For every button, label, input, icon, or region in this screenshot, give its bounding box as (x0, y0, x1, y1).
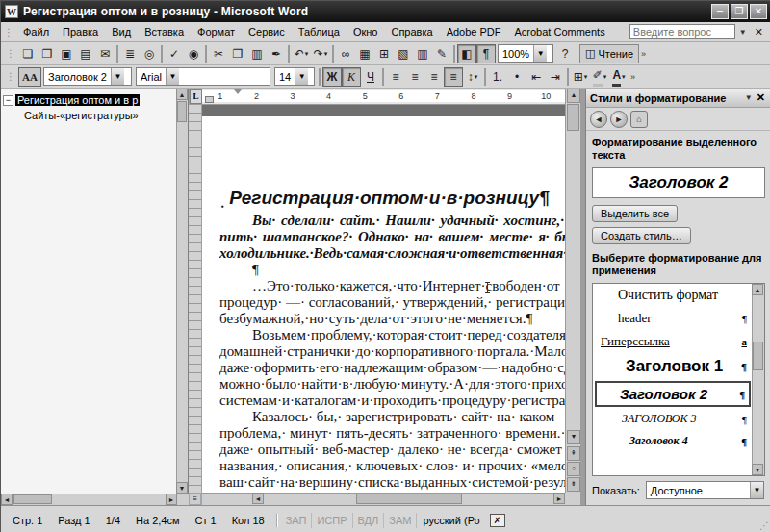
spelling-button[interactable]: ✓ ▾ (165, 44, 184, 63)
dropdown-arrow-icon[interactable]: ▾ (622, 73, 626, 81)
permission-button[interactable]: ▤ ▾ (76, 44, 95, 63)
previous-page-icon[interactable]: ⇞ (567, 446, 580, 461)
left-indent-marker[interactable] (205, 96, 214, 103)
align-center-button[interactable]: ≡ ▾ (405, 67, 424, 87)
style-heading-2[interactable]: Заголовок 2 ¶ (595, 381, 751, 407)
docmap-item-registration[interactable]: − Регистрация оптом и в р (1, 92, 188, 108)
copy-button[interactable]: ❐ ▾ (228, 44, 247, 63)
menu-file[interactable]: Файл (16, 23, 56, 40)
highlight-button[interactable]: ✐ ▾ (590, 67, 609, 87)
task-pane-header[interactable]: Стили и форматирование ▼ ✕ (586, 89, 770, 108)
toolbar-options-icon[interactable]: » (630, 72, 640, 82)
cut-button[interactable]: ✂ ▾ (209, 44, 228, 63)
numbering-button[interactable]: 1. ▾ (488, 67, 507, 87)
redo-button[interactable]: ↷ ▾ (311, 44, 330, 63)
docmap-item-sites[interactable]: Сайты-«регистратуры» (1, 108, 188, 123)
document-page[interactable]: ▪Регистрация·оптом·и·в·розницу¶ Вы· сдел… (202, 116, 565, 493)
language-indicator[interactable]: русский (Ро (417, 513, 485, 528)
menu-table[interactable]: Таблица (292, 23, 346, 40)
toolbar-grip[interactable]: ⋮ (3, 71, 18, 82)
task-pane-close-icon[interactable]: ✕ (755, 91, 767, 104)
align-right-button[interactable]: ≡ ▾ (424, 67, 444, 87)
paste-button[interactable]: ▥ ▾ (247, 44, 267, 63)
scroll-right-icon[interactable]: ► (553, 493, 565, 504)
style-heading-4[interactable]: Заголовок 4 ¶ (593, 430, 764, 452)
style-dropdown-icon[interactable]: ▼ (111, 68, 124, 85)
zoom-combo[interactable]: 100% ▼ (498, 44, 553, 63)
open-button[interactable]: ❐ ▾ (38, 44, 57, 63)
menu-view[interactable]: Вид (105, 23, 138, 40)
menu-help[interactable]: Справка (384, 23, 439, 40)
toolbar-grip[interactable]: ⋮ (1, 27, 16, 38)
document-map-button[interactable]: ◧ ▾ (457, 44, 476, 63)
back-icon[interactable]: ◄ (590, 111, 607, 128)
close-button[interactable]: ✕ (750, 4, 767, 19)
dropdown-arrow-icon[interactable]: ▾ (584, 73, 588, 81)
first-line-indent-marker[interactable] (233, 89, 243, 94)
show-combo[interactable]: Доступное ▼ (646, 481, 764, 499)
scrollbar-thumb[interactable] (13, 494, 52, 504)
style-hyperlink[interactable]: Гиперссылка a (593, 330, 764, 353)
select-all-button[interactable]: Выделить все (592, 205, 678, 222)
font-size-dropdown-icon[interactable]: ▼ (295, 68, 308, 85)
insert-table-button[interactable]: ⊞ ▾ (374, 44, 394, 63)
bold-button[interactable]: Ж ▾ (322, 67, 342, 87)
read-mode-button[interactable]: ◫ Чтение (579, 44, 639, 63)
drawing-button[interactable]: ✎ ▾ (432, 44, 451, 63)
style-combo[interactable]: Заголовок 2 ▼ (43, 67, 132, 86)
columns-button[interactable]: ▥ ▾ (413, 44, 432, 63)
menu-insert[interactable]: Вставка (138, 23, 191, 40)
toolbar-grip[interactable]: ⋮ (3, 48, 18, 59)
hyperlink-button[interactable]: ∞ ▾ (336, 44, 355, 63)
toolbar-options-icon[interactable]: » (641, 49, 651, 59)
font-size-combo[interactable]: 14 ▼ (274, 67, 315, 86)
task-pane-dropdown-icon[interactable]: ▼ (743, 93, 755, 102)
scrollbar-thumb[interactable] (177, 101, 187, 122)
menu-edit[interactable]: Правка (56, 23, 105, 40)
scroll-down-icon[interactable]: ▼ (176, 482, 188, 494)
scroll-up-icon[interactable]: ▲ (752, 284, 763, 295)
close-document-button[interactable]: ✕ (751, 26, 767, 38)
align-left-button[interactable]: ≡ ▾ (386, 67, 405, 87)
show-marks-button[interactable]: ¶ ▾ (476, 44, 496, 63)
menu-tools[interactable]: Сервис (242, 23, 292, 40)
save-button[interactable]: ▣ ▾ (57, 44, 76, 63)
italic-button[interactable]: К ▾ (342, 67, 361, 87)
ask-question-input[interactable] (629, 24, 735, 39)
style-heading-3[interactable]: ЗАГОЛОВОК 3 ¶ (593, 408, 764, 430)
font-dropdown-icon[interactable]: ▼ (166, 68, 179, 85)
maximize-button[interactable]: ❐ (731, 4, 748, 19)
research-button[interactable]: ◉ ▾ (184, 44, 203, 63)
status-toggle[interactable]: ВДЛ (353, 513, 385, 528)
print-preview-button[interactable]: ◎ ▾ (140, 44, 159, 63)
select-browse-object-icon[interactable]: ○ (567, 462, 580, 476)
styles-list-scrollbar[interactable]: ▲ ▼ (752, 284, 764, 475)
ask-question-dropdown-icon[interactable]: ▼ (737, 28, 749, 37)
scroll-up-icon[interactable]: ▲ (176, 89, 188, 100)
resize-grip[interactable]: ⋰ (759, 520, 769, 531)
scroll-up-icon[interactable]: ▲ (567, 89, 580, 103)
bullets-button[interactable]: • ▾ (507, 67, 526, 87)
status-toggle[interactable]: ЗАМ (384, 513, 417, 528)
scrollbar-thumb[interactable] (567, 104, 579, 131)
dropdown-arrow-icon[interactable]: ▾ (603, 73, 607, 81)
format-painter-button[interactable]: ✒ ▾ (267, 44, 286, 63)
menu-adobe-pdf[interactable]: Adobe PDF (440, 23, 508, 40)
email-button[interactable]: ✉ ▾ (95, 44, 115, 63)
document-vertical-scrollbar[interactable]: ▲ ▼ ⇞ ○ ⇟ (565, 89, 580, 493)
scrollbar-thumb[interactable] (753, 342, 763, 370)
styles-and-formatting-button[interactable]: АА (18, 67, 41, 87)
expander-icon[interactable]: − (3, 95, 13, 106)
help-button[interactable]: ? (555, 44, 575, 63)
font-color-button[interactable]: А ▾ (609, 67, 629, 87)
scroll-right-icon[interactable]: ► (166, 494, 177, 505)
document-map-vertical-scrollbar[interactable]: ▲ ▼ (176, 89, 188, 494)
menu-format[interactable]: Формат (191, 23, 242, 40)
home-icon[interactable]: ⌂ (630, 111, 648, 128)
insert-excel-button[interactable]: ▧ ▾ (394, 44, 413, 63)
underline-button[interactable]: Ч ▾ (361, 67, 380, 87)
zoom-dropdown-icon[interactable]: ▼ (533, 45, 547, 62)
forward-icon[interactable]: ► (610, 111, 628, 128)
font-combo[interactable]: Arial ▼ (136, 67, 270, 86)
justify-button[interactable]: ≡ ▾ (444, 67, 463, 87)
